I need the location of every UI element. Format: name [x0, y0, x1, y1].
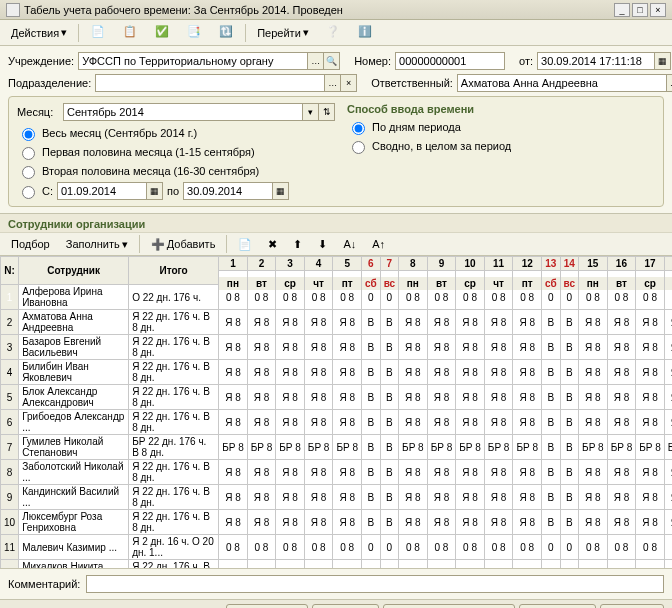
from-c-label: С: [42, 185, 53, 197]
move-down-button[interactable]: ⬇ [311, 234, 334, 254]
copy-row-button[interactable]: 📄 [231, 234, 259, 254]
sort-asc-button[interactable]: A↓ [336, 234, 363, 254]
from-label: от: [519, 55, 533, 67]
add-row-button[interactable]: ➕ Добавить [144, 234, 223, 254]
radio-by-days[interactable] [352, 122, 365, 135]
delete-row-button[interactable]: ✖ [261, 234, 284, 254]
radio-custom-range[interactable] [22, 186, 35, 199]
table-row[interactable]: 5Блок Александр АлександровичЯ 22 дн. 17… [1, 385, 673, 410]
app-icon [6, 3, 20, 17]
titlebar: Табель учета рабочего времени: За Сентяб… [0, 0, 672, 20]
radio-first-half[interactable] [22, 147, 35, 160]
info-icon: ℹ️ [357, 25, 373, 41]
month-step-button[interactable]: ⇅ [319, 103, 335, 121]
minimize-button[interactable]: _ [614, 3, 630, 17]
table-row[interactable]: 3Базаров Евгений ВасильевичЯ 22 дн. 176 … [1, 335, 673, 360]
tb-icon-1[interactable]: 📄 [83, 23, 113, 43]
copy-icon: 📋 [122, 25, 138, 41]
help-icon: ❔ [325, 25, 341, 41]
org-open-button[interactable]: 🔍 [324, 52, 340, 70]
org-input[interactable] [78, 52, 308, 70]
input-mode-title: Способ ввода времени [347, 103, 655, 115]
resp-label: Ответственный: [371, 77, 453, 89]
table-row[interactable]: 4Билибин Иван ЯковлевичЯ 22 дн. 176 ч. В… [1, 360, 673, 385]
window-title: Табель учета рабочего времени: За Сентяб… [24, 4, 343, 16]
date-from-input[interactable] [57, 182, 147, 200]
tb-icon-6[interactable]: ❔ [318, 23, 348, 43]
month-dropdown-button[interactable]: ▾ [303, 103, 319, 121]
post-icon: ✅ [154, 25, 170, 41]
table-row[interactable]: 8Заболотский Николай ...Я 22 дн. 176 ч. … [1, 460, 673, 485]
month-combo[interactable] [63, 103, 303, 121]
table-row[interactable]: 6Грибоедов Александр ...Я 22 дн. 176 ч. … [1, 410, 673, 435]
date-input[interactable] [537, 52, 655, 70]
to-c-label: по [167, 185, 179, 197]
footer-bar: Форма Т-13 Печать ▾ Провести и закрыть С… [0, 599, 672, 608]
table-row[interactable]: 2Ахматова Анна АндреевнаЯ 22 дн. 176 ч. … [1, 310, 673, 335]
date-picker-button[interactable]: ▦ [655, 52, 671, 70]
timesheet-grid[interactable]: N:СотрудникИтого123456789101112131415161… [0, 256, 672, 568]
date-to-picker[interactable]: ▦ [273, 182, 289, 200]
maximize-button[interactable]: □ [632, 3, 648, 17]
tb-icon-5[interactable]: 🔃 [211, 23, 241, 43]
move-up-button[interactable]: ⬆ [286, 234, 309, 254]
comment-input[interactable] [86, 575, 664, 593]
add-icon: 📄 [90, 25, 106, 41]
date-from-picker[interactable]: ▦ [147, 182, 163, 200]
goto-menu[interactable]: Перейти ▾ [250, 23, 316, 43]
table-row[interactable]: 12Михалков Никита СергеевичЯ 22 дн. 176 … [1, 560, 673, 569]
table-row[interactable]: 7Гумилев Николай СтепановичБР 22 дн. 176… [1, 435, 673, 460]
number-input[interactable] [395, 52, 505, 70]
dept-label: Подразделение: [8, 77, 91, 89]
radio-second-half[interactable] [22, 166, 35, 179]
resp-select-button[interactable]: … [667, 74, 672, 92]
employees-title: Сотрудники организации [0, 214, 672, 232]
fill-menu[interactable]: Заполнить ▾ [59, 234, 135, 254]
table-row[interactable]: 10Люксембург Роза ГенриховнаЯ 22 дн. 176… [1, 510, 673, 535]
tb-icon-3[interactable]: ✅ [147, 23, 177, 43]
print-menu[interactable]: Печать ▾ [312, 604, 379, 608]
unpost-icon: 📑 [186, 25, 202, 41]
radio-summary[interactable] [352, 141, 365, 154]
month-label: Месяц: [17, 106, 59, 118]
dept-input[interactable] [95, 74, 325, 92]
sort-desc-button[interactable]: A↑ [365, 234, 392, 254]
post-close-button[interactable]: Провести и закрыть [383, 604, 515, 608]
date-to-input[interactable] [183, 182, 273, 200]
resp-input[interactable] [457, 74, 667, 92]
dept-select-button[interactable]: … [325, 74, 341, 92]
main-toolbar: Действия ▾ 📄 📋 ✅ 📑 🔃 Перейти ▾ ❔ ℹ️ [0, 20, 672, 46]
refresh-icon: 🔃 [218, 25, 234, 41]
close-button[interactable]: × [650, 3, 666, 17]
dept-clear-button[interactable]: × [341, 74, 357, 92]
header-form: Учреждение: … 🔍 Номер: от: ▦ Подразделен… [0, 46, 672, 214]
number-label: Номер: [354, 55, 391, 67]
form-t13-button[interactable]: Форма Т-13 [226, 604, 308, 608]
comment-label: Комментарий: [8, 578, 80, 590]
actions-menu[interactable]: Действия ▾ [4, 23, 74, 43]
tb-icon-2[interactable]: 📋 [115, 23, 145, 43]
save-button[interactable]: Сохранить [519, 604, 596, 608]
tb-icon-4[interactable]: 📑 [179, 23, 209, 43]
close-form-button[interactable]: Закрыть [600, 604, 664, 608]
org-label: Учреждение: [8, 55, 74, 67]
tb-icon-7[interactable]: ℹ️ [350, 23, 380, 43]
table-row[interactable]: 11Малевич Казимир ...Я 2 дн. 16 ч. О 20 … [1, 535, 673, 560]
table-row[interactable]: 9Кандинский Василий ...Я 22 дн. 176 ч. В… [1, 485, 673, 510]
radio-full-month[interactable] [22, 128, 35, 141]
grid-toolbar: Подбор Заполнить ▾ ➕ Добавить 📄 ✖ ⬆ ⬇ A↓… [0, 232, 672, 256]
podbor-button[interactable]: Подбор [4, 234, 57, 254]
org-select-button[interactable]: … [308, 52, 324, 70]
